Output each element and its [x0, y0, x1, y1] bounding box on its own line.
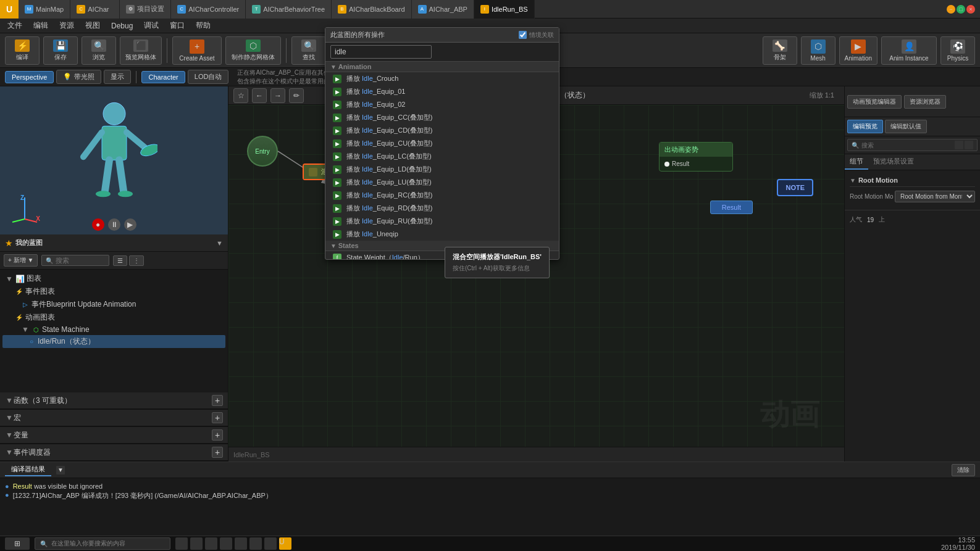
menu-asset[interactable]: 资源 — [54, 19, 79, 32]
popup-item-idle-crouch[interactable]: ▶ 播放 Idle_Crouch — [325, 72, 559, 85]
create-asset-button[interactable]: + Create Asset — [172, 36, 222, 65]
result-button[interactable]: Result — [710, 201, 753, 214]
pencil-button[interactable]: ✏ — [289, 88, 304, 103]
functions-header[interactable]: ▼ 函数（3 可重载） + — [0, 392, 228, 409]
popup-item-idle-equiprc[interactable]: ▶ 播放 Idle_Equip_RC(叠加型) — [325, 189, 559, 202]
bookmark-button[interactable]: ☆ — [233, 88, 248, 103]
maximize-button[interactable]: □ — [957, 5, 965, 14]
list-view-btn[interactable]: ☰ — [113, 255, 127, 266]
viewport[interactable]: Z X ● ⏸ ▶ — [0, 86, 228, 234]
task-icon-3[interactable] — [205, 537, 217, 550]
tree-idle-run[interactable]: ○ Idle/Run（状态） — [2, 335, 225, 348]
tree-bp-update[interactable]: ▷ 事件Blueprint Update Animation — [2, 298, 225, 311]
options-btn[interactable]: ⋮ — [129, 255, 144, 266]
compile-button[interactable]: ⚡ 编译 — [5, 36, 40, 65]
detail-tab[interactable]: 组节 — [845, 154, 868, 170]
menu-debug[interactable]: Debug — [106, 20, 138, 31]
tab-abp[interactable]: A AIChar_ABP — [412, 0, 474, 19]
tree-event-graph[interactable]: ⚡ 事件图表 — [2, 285, 225, 298]
add-event-button[interactable]: + — [212, 447, 223, 458]
preview-grid-button[interactable]: ⬛ 预览网格体 — [120, 36, 162, 65]
asset-browser-tab[interactable]: 资源浏览器 — [904, 95, 946, 109]
edit-preview-tab[interactable]: 编辑预览 — [847, 120, 883, 133]
tab-idlerun[interactable]: I IdleRun_BS — [474, 0, 535, 19]
tab-mainmap[interactable]: M MainMap — [19, 0, 70, 19]
animation-button[interactable]: ▶ Animation — [839, 36, 877, 65]
tab-aichar[interactable]: C AIChar — [70, 0, 120, 19]
task-icon-2[interactable] — [190, 537, 203, 550]
close-button[interactable]: × — [966, 5, 975, 14]
record-button[interactable]: ● — [92, 218, 104, 231]
menu-file[interactable]: 文件 — [2, 19, 27, 32]
save-button[interactable]: 💾 保存 — [43, 36, 78, 65]
task-icon-1[interactable] — [175, 537, 188, 550]
skeleton-button[interactable]: 🦴 骨架 — [763, 36, 797, 65]
context-menu-popup[interactable]: 此蓝图的所有操作 情境关联 ▼ Animation ▶ 播放 Idle_Crou… — [325, 27, 559, 260]
start-button[interactable]: ⊞ — [5, 537, 30, 550]
character-btn[interactable]: Character — [141, 71, 185, 83]
popup-item-idle-equiprd[interactable]: ▶ 播放 Idle_Equip_RD(叠加型) — [325, 202, 559, 215]
popup-item-idle-uneqip[interactable]: ▶ 播放 Idle_Uneqip — [325, 228, 559, 241]
tab-controller[interactable]: C AICharController — [171, 0, 246, 19]
add-macro-button[interactable]: + — [212, 412, 223, 423]
context-checkbox[interactable] — [519, 31, 527, 39]
tab-behaviortree[interactable]: T AICharBehaviorTree — [246, 0, 332, 19]
right-search-input[interactable] — [861, 142, 952, 149]
exit-animation-node[interactable]: 出动画姿势 Result — [659, 142, 733, 172]
task-icon-6[interactable] — [249, 537, 262, 550]
forward-button[interactable]: → — [270, 88, 285, 103]
minimize-button[interactable]: − — [947, 5, 955, 14]
collapse-toggle[interactable]: ▼ — [216, 239, 223, 247]
task-icon-7[interactable] — [264, 537, 277, 550]
physics-button[interactable]: ⚽ Physics — [940, 36, 975, 65]
task-icon-unreal[interactable]: U — [279, 537, 291, 550]
menu-view[interactable]: 视图 — [80, 19, 105, 32]
menu-window[interactable]: 窗口 — [165, 19, 190, 32]
variables-header[interactable]: ▼ 变量 + — [0, 427, 228, 444]
popup-item-idle-equiplu[interactable]: ▶ 播放 Idle_Equip_LU(叠加型) — [325, 176, 559, 189]
popup-item-idle-equipru[interactable]: ▶ 播放 Idle_Equip_RU(叠加型) — [325, 215, 559, 228]
popup-item-idle-equiplc[interactable]: ▶ 播放 Idle_Equip_LC(叠加型) — [325, 150, 559, 163]
popup-item-idle-equipld[interactable]: ▶ 播放 Idle_Equip_LD(叠加型) — [325, 163, 559, 176]
popup-item-idle-equip02[interactable]: ▶ 播放 Idle_Equip_02 — [325, 98, 559, 111]
menu-edit[interactable]: 编辑 — [28, 19, 53, 32]
mesh-button[interactable]: ⬡ Mesh — [801, 36, 836, 65]
macros-header[interactable]: ▼ 宏 + — [0, 410, 228, 426]
popup-item-idle-equipcc[interactable]: ▶ 播放 Idle_Equip_CC(叠加型) — [325, 111, 559, 124]
with-lights-btn[interactable]: 💡 带光照 — [56, 70, 101, 84]
back-button[interactable]: ← — [252, 88, 267, 103]
show-btn[interactable]: 显示 — [104, 70, 131, 84]
perspective-btn[interactable]: Perspective — [5, 71, 54, 83]
events-header[interactable]: ▼ 事件调度器 + — [0, 444, 228, 461]
task-icon-4[interactable] — [220, 537, 232, 550]
preview-scene-tab[interactable]: 预览场景设置 — [868, 154, 919, 170]
grid-view-btn[interactable] — [955, 141, 963, 149]
browse-button[interactable]: 🔍 浏览 — [82, 36, 116, 65]
blueprint-search-input[interactable] — [56, 257, 105, 264]
add-variable-button[interactable]: + — [212, 429, 223, 441]
tab-settings[interactable]: ⚙ 项目设置 — [120, 0, 171, 19]
tree-graph-table[interactable]: ▼ 📊 图表 — [2, 272, 225, 285]
make-static-button[interactable]: ⬡ 制作静态网格体 — [225, 36, 281, 65]
compiler-results-tab[interactable]: 编译器结果 — [5, 463, 51, 476]
find-button[interactable]: 🔍 查找 — [291, 36, 326, 65]
popup-item-idle-equip01[interactable]: ▶ 播放 Idle_Equip_01 — [325, 85, 559, 98]
popup-item-idle-equipcd[interactable]: ▶ 播放 Idle_Equip_CD(叠加型) — [325, 124, 559, 137]
popup-item-idle-equipcu[interactable]: ▶ 播放 Idle_Equip_CU(叠加型) — [325, 137, 559, 150]
task-icon-5[interactable] — [235, 537, 247, 550]
pause-button[interactable]: ⏸ — [108, 218, 120, 231]
popup-search-input[interactable] — [330, 45, 432, 59]
new-item-button[interactable]: + 新增 ▼ — [4, 254, 38, 267]
anim-preview-tab[interactable]: 动画预览编辑器 — [847, 95, 902, 109]
root-motion-dropdown[interactable]: Root Motion from Montage — [895, 191, 975, 202]
list-view-btn-r[interactable] — [965, 141, 973, 149]
entry-node[interactable]: Entry — [247, 136, 278, 167]
lod-btn[interactable]: LOD自动 — [188, 70, 229, 84]
menu-help[interactable]: 帮助 — [191, 19, 216, 32]
tab-blackboard[interactable]: B AICharBlackBoard — [332, 0, 412, 19]
play-button[interactable]: ▶ — [124, 218, 136, 231]
note-node[interactable]: NOTE — [777, 179, 813, 196]
clear-button[interactable]: 清除 — [952, 464, 975, 476]
tree-state-machine[interactable]: ▼ ⬡ State Machine — [2, 324, 225, 335]
anim-instance-button[interactable]: 👤 Anim Instance — [881, 36, 937, 65]
